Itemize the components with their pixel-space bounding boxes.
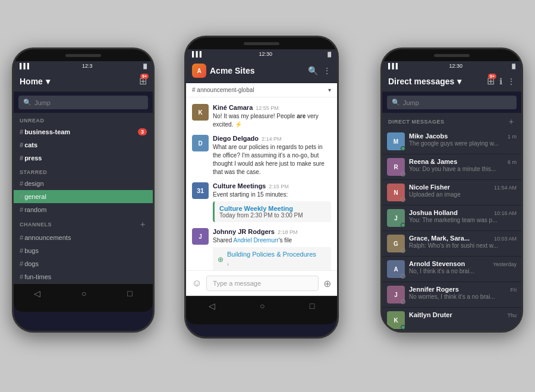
search-icon-center[interactable]: 🔍 bbox=[308, 66, 318, 75]
msg-author-johnny: Johnny JR Rodgers bbox=[213, 228, 275, 235]
battery-left: ▓ bbox=[143, 64, 147, 69]
add-dm-button[interactable]: ＋ bbox=[507, 116, 515, 127]
event-time: Today from 2:30 PM to 3:00 PM bbox=[219, 212, 326, 219]
speaker-right bbox=[434, 54, 470, 57]
emoji-icon[interactable]: ☺ bbox=[192, 278, 202, 289]
dm-item-kaitlyn[interactable]: K Kaitlyn Druter Thu bbox=[382, 308, 521, 333]
dm-preview-nicole: Uploaded an image bbox=[409, 191, 517, 198]
dm-section-row: DIRECT MESSAGES ＋ bbox=[382, 113, 521, 129]
info-icon-right[interactable]: ℹ bbox=[499, 77, 502, 86]
dm-header-kaitlyn: Kaitlyn Druter Thu bbox=[409, 311, 517, 318]
dm-item-arnold[interactable]: A Arnold Stevenson Yesterday No, I think… bbox=[382, 257, 521, 282]
msg-time-kine: 12:55 PM bbox=[256, 105, 279, 111]
channels-section-header: CHANNELS bbox=[20, 222, 52, 227]
msg-time-culture: 2:15 PM bbox=[269, 184, 289, 189]
dm-content-kaitlyn: Kaitlyn Druter Thu bbox=[409, 311, 517, 329]
home-title[interactable]: Home ▾ bbox=[20, 77, 50, 86]
file-card[interactable]: ⊕ Building Policies & Procedures › bbox=[213, 247, 331, 270]
status-bar-center: ▌▌▌ 12:30 ▓ bbox=[186, 49, 337, 59]
sidebar-item-dogs[interactable]: #dogs bbox=[14, 257, 153, 270]
sidebar-item-bugs[interactable]: #bugs bbox=[14, 244, 153, 257]
more-icon-right[interactable]: ⋮ bbox=[507, 77, 515, 86]
phone-left: ▌▌▌ 12:3 ▓ Home ▾ ⊞ 9+ 🔍 Jump UNREAD #bu… bbox=[12, 48, 155, 333]
dm-item-joshua[interactable]: J Joshua Holland 10:16 AM You: The marke… bbox=[382, 206, 521, 231]
shared-by-link[interactable]: Andriel Dreemurr bbox=[233, 237, 278, 244]
signal-right: ▌▌▌ bbox=[388, 63, 399, 69]
add-icon-center[interactable]: ⊕ bbox=[323, 278, 331, 289]
msg-time-johnny: 2:18 PM bbox=[278, 229, 298, 235]
sidebar-item-press[interactable]: #press bbox=[14, 151, 153, 165]
dm-name-mike: Mike Jacobs bbox=[409, 132, 448, 140]
starred-section-header: STARRED bbox=[14, 165, 153, 177]
dm-item-mike[interactable]: M Mike Jacobs 1 m The google guys were p… bbox=[382, 129, 521, 154]
avatar-johnny: J bbox=[192, 228, 209, 245]
search-bar-left[interactable]: 🔍 Jump bbox=[18, 96, 148, 109]
phone-bottom-left bbox=[14, 303, 153, 312]
back-button-center[interactable]: ◁ bbox=[209, 301, 215, 311]
phone-top-center bbox=[186, 37, 337, 49]
time-right: 12:30 bbox=[449, 63, 462, 69]
dm-item-nicole[interactable]: N Nicole Fisher 11:54 AM Uploaded an ima… bbox=[382, 180, 521, 206]
battery-right: ▓ bbox=[512, 64, 515, 69]
dm-time-kaitlyn: Thu bbox=[507, 312, 517, 318]
sidebar-item-general[interactable]: #general bbox=[14, 190, 153, 203]
dropdown-arrow-right-icon: ▾ bbox=[457, 77, 461, 86]
msg-header-diego: Diego Delgado 2:14 PM bbox=[213, 135, 331, 142]
signal-left: ▌▌▌ bbox=[20, 63, 31, 69]
more-icon-center[interactable]: ⋮ bbox=[323, 66, 331, 75]
home-button-left[interactable]: ○ bbox=[81, 289, 86, 298]
notification-badge-left: 9+ bbox=[140, 74, 149, 79]
dm-header-arnold: Arnold Stevenson Yesterday bbox=[409, 260, 517, 267]
file-name[interactable]: Building Policies & Procedures bbox=[227, 251, 316, 258]
add-channel-button[interactable]: ＋ bbox=[139, 219, 147, 230]
dm-time-nicole: 11:54 AM bbox=[494, 185, 517, 191]
chat-messages: K Kiné Camara 12:55 PM No! It was my ple… bbox=[186, 97, 337, 270]
dm-content-mike: Mike Jacobs 1 m The google guys were pla… bbox=[409, 132, 517, 150]
dm-content-grace: Grace, Mark, Sara... 10:03 AM Ralph: Who… bbox=[409, 235, 517, 252]
dm-content-arnold: Arnold Stevenson Yesterday No, I think i… bbox=[409, 260, 517, 278]
avatar-diego: D bbox=[192, 135, 209, 151]
dm-preview-jennifer: No worries, I think it's a no brai... bbox=[409, 293, 517, 300]
dm-time-joshua: 10:16 AM bbox=[494, 210, 517, 216]
sidebar-item-design[interactable]: #design bbox=[14, 177, 153, 190]
dm-item-jennifer[interactable]: J Jennifer Rogers Fri No worries, I thin… bbox=[382, 282, 521, 308]
search-placeholder-right: Jump bbox=[403, 99, 419, 106]
dm-section-header: DIRECT MESSAGES bbox=[388, 116, 445, 128]
sidebar-item-cats[interactable]: #cats bbox=[14, 138, 153, 151]
message-kine: K Kiné Camara 12:55 PM No! It was my ple… bbox=[186, 101, 337, 132]
dm-name-kaitlyn: Kaitlyn Druter bbox=[409, 311, 452, 318]
acme-sites-label: Acme Sites bbox=[210, 66, 254, 75]
dm-avatar-jennifer: J bbox=[387, 286, 405, 304]
offline-dot-grace bbox=[401, 248, 405, 253]
dm-content-jennifer: Jennifer Rogers Fri No worries, I think … bbox=[409, 286, 517, 304]
acme-title-group: A Acme Sites bbox=[192, 64, 254, 78]
home-button-center[interactable]: ○ bbox=[260, 301, 265, 311]
dm-item-grace[interactable]: G Grace, Mark, Sara... 10:03 AM Ralph: W… bbox=[382, 231, 521, 257]
dm-name-nicole: Nicole Fisher bbox=[409, 184, 450, 191]
event-card[interactable]: Culture Weekly Meeting Today from 2:30 P… bbox=[213, 201, 331, 222]
sidebar-item-announcements[interactable]: #announcements bbox=[14, 231, 153, 244]
event-title[interactable]: Culture Weekly Meeting bbox=[219, 205, 326, 212]
sidebar-item-random[interactable]: #random bbox=[14, 203, 153, 216]
chat-input-bar: ☺ Type a message ⊕ bbox=[186, 270, 337, 296]
search-placeholder-left: Jump bbox=[34, 99, 51, 106]
search-bar-right[interactable]: 🔍 Jump bbox=[387, 96, 517, 109]
back-button-left[interactable]: ◁ bbox=[34, 289, 40, 298]
dm-content-nicole: Nicole Fisher 11:54 AM Uploaded an image bbox=[409, 184, 517, 201]
msg-author-diego: Diego Delgado bbox=[213, 135, 259, 142]
acme-logo: A bbox=[192, 64, 206, 78]
recents-button-center[interactable]: □ bbox=[310, 301, 314, 311]
dm-name-joshua: Joshua Holland bbox=[409, 209, 458, 216]
recents-button-left[interactable]: □ bbox=[127, 289, 132, 298]
sidebar-item-fun-times[interactable]: #fun-times bbox=[14, 270, 153, 283]
msg-text-diego: What are our policies in regards to pets… bbox=[213, 143, 331, 176]
message-input[interactable]: Type a message bbox=[206, 276, 319, 291]
channels-section-row: CHANNELS ＋ bbox=[14, 216, 153, 231]
compose-icon-wrapper-right[interactable]: ⊞ 9+ bbox=[487, 75, 495, 87]
compose-icon-wrapper[interactable]: ⊞ 9+ bbox=[139, 75, 147, 87]
dm-title[interactable]: Direct messages ▾ bbox=[388, 77, 461, 86]
sidebar-item-business-team[interactable]: #business-team 3 bbox=[14, 125, 153, 138]
status-icons-right: ▓ bbox=[512, 64, 515, 69]
channel-bar[interactable]: # announcement-global ▾ bbox=[186, 83, 337, 97]
dm-item-reena[interactable]: R Reena & James 6 m You: Do you have a m… bbox=[382, 154, 521, 180]
